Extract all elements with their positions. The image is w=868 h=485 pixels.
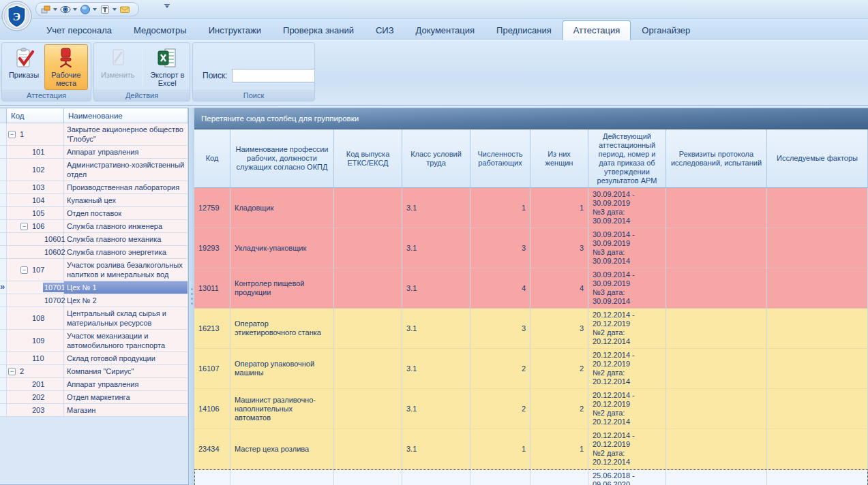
grid-column-header[interactable]: Реквизиты протокола исследований, испыта… [666,129,767,188]
grid-column-header[interactable]: Исследуемые факторы [767,129,868,188]
ribbon-tab[interactable]: Предписания [485,20,563,40]
grid-column-header[interactable]: Код [194,129,230,188]
tree-row-indicator: » [0,159,7,181]
ribbon-tab[interactable]: Проверка знаний [272,20,365,40]
grid-column-header[interactable]: Наименование профессии рабочих, должност… [230,129,334,188]
workplaces-button[interactable]: Рабочие места [44,44,88,90]
tree-row-indicator: » [0,123,7,146]
tree-node-code: 108 [32,314,44,322]
tree-row[interactable]: » − 10701 Цех № 1 [0,281,188,294]
grid-column-header[interactable]: Класс условий труда [402,129,470,188]
tree-row[interactable]: » − 2 Компания "Сириус" [0,365,188,378]
grid-row[interactable]: 16107 Оператор упаковочной машины 3.1 2 … [194,349,868,389]
tree-row[interactable]: » − 203 Магазин [0,404,188,417]
tree-node-name: Цех № 2 [64,294,188,307]
tree-row[interactable]: » − 10602 Служба главного энергетика [0,246,188,259]
edit-button[interactable]: Изменить [95,44,140,90]
tree-row[interactable]: » − 1 Закрытое акционерное общество "Гло… [0,123,188,146]
tree-node-code: 104 [32,196,44,204]
tree-row[interactable]: » − 202 Отдел маркетинга [0,391,188,404]
ribbon-tab[interactable]: Документация [405,20,486,40]
customize-qat-button[interactable] [162,4,172,15]
grid-row[interactable]: 13011 Контролер пищевой продукции 3.1 4 … [194,268,868,309]
ribbon-group-search: Поиск: Поиск [192,42,315,101]
eye-icon[interactable] [60,4,77,15]
tree-column-name[interactable]: Наименование [64,108,188,123]
grid-row[interactable]: 14106 Машинист разливочно-наполнительных… [194,389,868,429]
tree-column-code[interactable]: Код [7,108,64,123]
grid-row[interactable]: 23434 Мастер цеха розлива 3.1 1 1 20.12.… [194,429,868,469]
tree-row[interactable]: » − 105 Отдел поставок [0,207,188,220]
tree-collapse-icon[interactable]: − [20,223,28,230]
ribbon-tab[interactable]: Медосмотры [123,20,198,40]
layers-icon[interactable] [40,4,57,15]
tree-indent [8,208,20,218]
quick-access-toolbar [35,2,139,16]
ribbon-tab[interactable]: Инструктажи [198,20,272,40]
cell-women: 2 [530,389,588,429]
search-input[interactable] [232,69,315,82]
orders-button[interactable]: Приказы [3,44,44,90]
tree-collapse-icon[interactable]: − [8,131,16,138]
tree-row[interactable]: » − 104 Купажный цех [0,194,188,207]
group-caption: Действия [94,90,190,101]
group-by-bar[interactable]: Перетяните сюда столбец для группировки [194,108,868,129]
panel-splitter[interactable] [189,108,194,485]
mail-icon[interactable] [119,4,130,15]
ribbon-group-attestation: Приказы Рабочие места Аттестация [1,42,91,101]
tree-row[interactable]: » − 103 Производственная лаборатория [0,181,188,194]
tree-indent [8,379,20,389]
font-icon[interactable] [100,4,117,15]
tree-collapse-icon[interactable]: − [20,266,28,274]
cell-profession: Кладовщик [230,188,334,228]
cell-work-class: 3.1 [402,469,470,485]
tree-row[interactable]: » − 110 Склад готовой продукции [0,352,188,365]
grid-row[interactable]: 24125 Начальник цеха розлива 3.1 1 1 25.… [194,469,868,485]
tree-row-indicator: » [0,281,7,294]
cell-attestation-period: 20.12.2014 - 20.12.2019 №2 дата: 20.12.2… [588,309,666,349]
tree-indent [8,221,20,231]
tree-node-code: 203 [32,406,44,414]
grid-row[interactable]: 16213 Оператор этикетировочного станка 3… [194,309,868,349]
cell-work-class: 3.1 [402,389,470,429]
grid-column-header[interactable]: Численность работающих [470,129,530,188]
tree-row[interactable]: » − 10601 Служба главного механика [0,233,188,246]
tree-row[interactable]: » − 10702 Цех № 2 [0,294,188,307]
ribbon-tab[interactable]: Аттестация [563,20,631,40]
grid-header: Код Наименование профессии рабочих, долж… [194,129,868,188]
tree-node-name: Административно-хозяйственный отдел [64,159,188,181]
tree-row-indicator: » [0,146,7,159]
cell-count: 1 [470,469,530,485]
grid-row[interactable]: 19293 Укладчик-упаковщик 3.1 3 3 30.09.2… [194,228,868,268]
tree-indent [8,354,20,363]
tree-row[interactable]: » − 101 Аппарат управления [0,146,188,159]
tree-row-indicator: » [0,207,7,220]
cell-etks [334,228,402,268]
grid-column-header[interactable]: Код выпуска ЕТКС/ЕКСД [334,129,402,188]
export-excel-button[interactable]: Экспорт в Excel [146,44,188,90]
cell-protocol [666,228,767,268]
tree-collapse-icon[interactable]: − [8,368,16,375]
cell-factors [767,268,868,309]
grid-column-header[interactable]: Действующий аттестационный период, номер… [588,129,666,188]
grid-row[interactable]: 12759 Кладовщик 3.1 1 1 30.09.2014 - 30.… [194,188,868,228]
app-menu-button[interactable]: Э [1,1,32,31]
ribbon-tab[interactable]: СИЗ [365,20,405,40]
tree-row[interactable]: » − 107 Участок розлива безалкогольных н… [0,259,188,281]
tree-node-code: 105 [32,209,44,217]
ribbon-tab[interactable]: Учет персонала [35,20,123,40]
tree-row[interactable]: » − 201 Аппарат управления [0,378,188,391]
tree-row[interactable]: » − 109 Участок механизации и автомобиль… [0,330,188,352]
tree-row[interactable]: » − 106 Служба главного инженера [0,220,188,233]
tree-row[interactable]: » − 108 Центральный склад сырья и матери… [0,307,188,330]
ribbon-tab[interactable]: Органайзер [631,20,701,40]
cell-count: 1 [470,188,530,228]
sphere-icon[interactable] [80,4,97,15]
cell-factors [767,309,868,349]
grid-column-header[interactable]: Из них женщин [530,129,588,188]
cell-attestation-period: 25.06.2018 - 09.06.2020 №1 дата: 25.06.2… [588,469,666,485]
cell-attestation-period: 30.09.2014 - 30.09.2019 №3 дата: 30.09.2… [588,228,666,268]
tree-row[interactable]: » − 102 Административно-хозяйственный от… [0,159,188,181]
tree-row-indicator: » [0,378,7,391]
tree-node-code: 202 [32,393,44,401]
